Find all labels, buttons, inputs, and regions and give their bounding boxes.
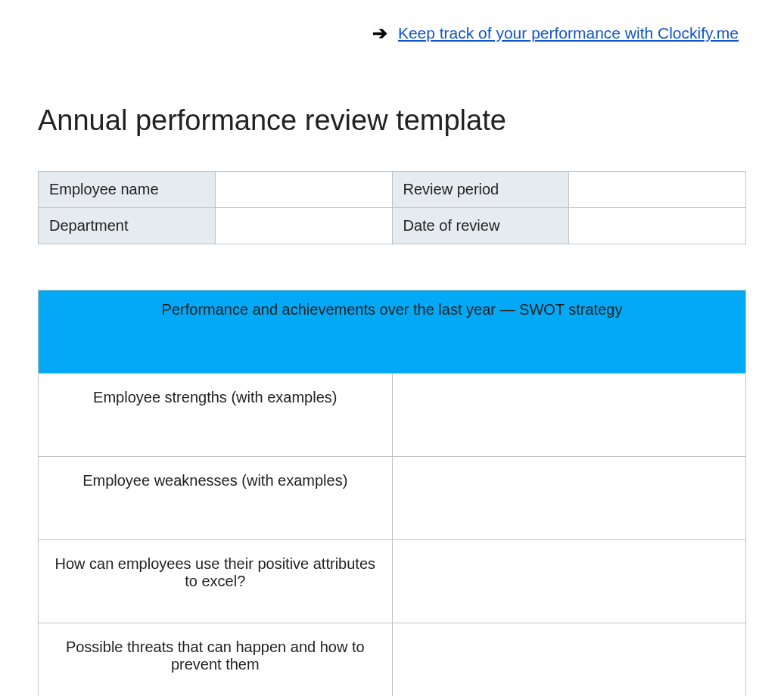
table-row: How can employees use their positive att…: [39, 540, 746, 623]
info-value-department[interactable]: [215, 208, 392, 244]
clockify-link[interactable]: Keep track of your performance with Cloc…: [398, 24, 739, 42]
table-row: Performance and achievements over the la…: [39, 291, 746, 374]
swot-response-threats[interactable]: [392, 623, 746, 697]
header-link-row: ➔ Keep track of your performance with Cl…: [38, 23, 746, 44]
info-table: Employee name Review period Department D…: [38, 171, 746, 244]
swot-table: Performance and achievements over the la…: [38, 290, 746, 696]
table-row: Employee strengths (with examples): [39, 374, 746, 457]
table-row: Possible threats that can happen and how…: [39, 623, 746, 697]
table-row: Department Date of review: [39, 208, 746, 244]
arrow-right-icon: ➔: [372, 23, 387, 44]
swot-response-opportunities[interactable]: [392, 540, 746, 623]
info-label-department: Department: [39, 208, 216, 244]
table-row: Employee weaknesses (with examples): [39, 457, 746, 540]
swot-prompt-weaknesses: Employee weaknesses (with examples): [39, 457, 393, 540]
swot-prompt-opportunities: How can employees use their positive att…: [39, 540, 393, 623]
info-value-review-period[interactable]: [569, 172, 746, 208]
info-label-review-period: Review period: [392, 172, 569, 208]
info-label-employee-name: Employee name: [39, 172, 216, 208]
swot-response-weaknesses[interactable]: [392, 457, 746, 540]
page-title: Annual performance review template: [38, 104, 746, 137]
table-row: Employee name Review period: [39, 172, 746, 208]
swot-prompt-strengths: Employee strengths (with examples): [39, 374, 393, 457]
info-label-date-of-review: Date of review: [392, 208, 569, 244]
swot-prompt-threats: Possible threats that can happen and how…: [39, 623, 393, 697]
info-value-employee-name[interactable]: [215, 172, 392, 208]
swot-response-strengths[interactable]: [392, 374, 746, 457]
info-value-date-of-review[interactable]: [569, 208, 746, 244]
swot-heading: Performance and achievements over the la…: [39, 291, 746, 374]
